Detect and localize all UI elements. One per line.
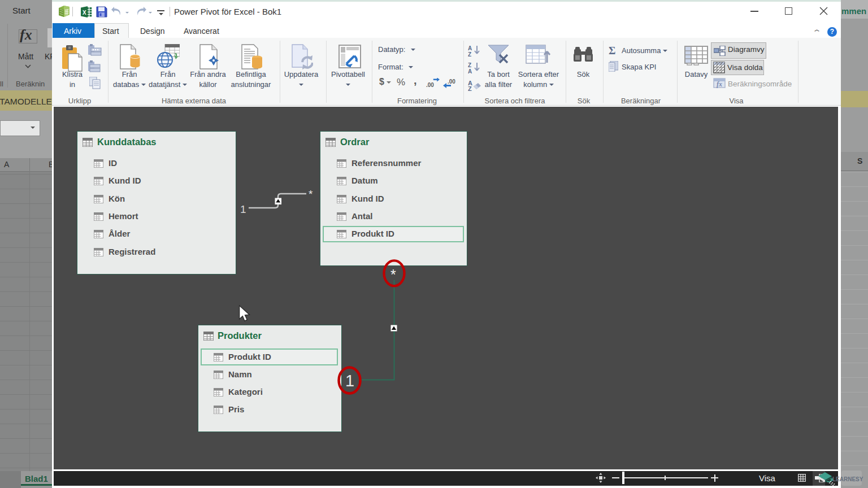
svg-text:1: 1 — [240, 203, 246, 215]
svg-text:*: * — [309, 188, 313, 200]
svg-text:fx: fx — [717, 80, 722, 88]
svg-text:.00: .00 — [448, 79, 455, 85]
svg-text:1: 1 — [345, 372, 354, 390]
svg-text:Z: Z — [468, 62, 471, 68]
svg-text:.00: .00 — [426, 82, 434, 88]
svg-text:*: * — [390, 267, 396, 282]
svg-text:X: X — [83, 10, 86, 16]
svg-text:A: A — [468, 68, 472, 74]
svg-text:Z: Z — [468, 85, 472, 91]
svg-text:Z: Z — [468, 51, 471, 57]
svg-text:A: A — [468, 45, 472, 51]
